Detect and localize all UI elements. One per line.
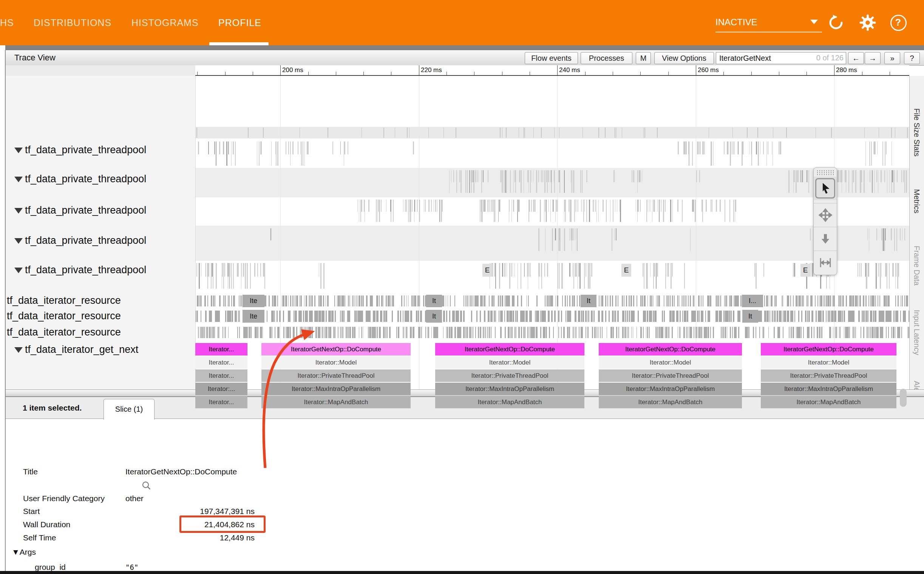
collapse-triangle-icon[interactable] xyxy=(14,268,23,273)
tab-distributions[interactable]: DISTRIBUTIONS xyxy=(33,0,111,45)
slice-chip[interactable]: It xyxy=(426,310,442,323)
run-status-dropdown[interactable]: INACTIVE xyxy=(715,14,822,32)
collapse-triangle-icon[interactable] xyxy=(14,208,23,214)
window-bottom-edge xyxy=(0,571,924,574)
slice-iterator-mapandbatch[interactable]: Iterator::MapAndBatch xyxy=(261,396,411,408)
ruler-minor-tick xyxy=(890,72,890,75)
slice-chip[interactable]: It xyxy=(742,310,758,323)
slice-iterator-mapandbatch[interactable]: Iterator::MapAndBatch xyxy=(435,396,584,408)
ruler-major-tick xyxy=(696,65,696,76)
track-label[interactable]: tf_data_iterator_resource xyxy=(7,295,121,306)
view-options-button[interactable]: View Options xyxy=(654,52,714,64)
slice-iterator-model[interactable]: Iterator... xyxy=(195,356,247,369)
help-icon[interactable]: ? xyxy=(890,14,907,32)
track-label[interactable]: tf_data_private_threadpool xyxy=(25,264,146,276)
sidebar-tab-file-size-stats[interactable]: File Size Stats xyxy=(912,108,921,157)
settings-gear-icon[interactable] xyxy=(859,14,877,32)
collapse-triangle-icon[interactable] xyxy=(14,347,23,353)
event-marker-e[interactable]: E xyxy=(801,264,810,277)
event-marker-e[interactable]: E xyxy=(622,264,631,277)
slice-chip[interactable]: Ite xyxy=(242,310,264,323)
track-activity-summary xyxy=(195,127,909,139)
ruler-tick-label: 280 ms xyxy=(836,66,857,74)
slice-chip[interactable]: I... xyxy=(742,295,763,307)
trace-view-title: Trace View xyxy=(14,50,55,65)
m-button[interactable]: M xyxy=(636,52,651,64)
ruler-minor-tick xyxy=(585,72,585,75)
detail-label: Self Time xyxy=(23,533,56,542)
tab-profile[interactable]: PROFILE xyxy=(218,0,261,45)
slice-iterator-maxintraop[interactable]: Iterator::MaxIntraOpParallelism xyxy=(435,383,584,395)
args-section-toggle[interactable]: ▼Args xyxy=(12,547,36,557)
slice-iterator-getnext[interactable]: IteratorGetNextOp::DoCompute xyxy=(435,343,584,355)
ruler-tick-label: 240 ms xyxy=(559,66,580,74)
slice-group: Iterator... Iterator... Iterator... Iter… xyxy=(195,343,247,410)
track-label[interactable]: tf_data_iterator_resource xyxy=(7,326,121,338)
top-navigation-bar: HS DISTRIBUTIONS HISTOGRAMS PROFILE INAC… xyxy=(0,0,924,45)
slice-group-selected: IteratorGetNextOp::DoCompute Iterator::M… xyxy=(261,343,411,410)
slice-chip[interactable]: It xyxy=(426,295,442,307)
slice-iterator-getnext[interactable]: Iterator... xyxy=(195,343,247,355)
slice-iterator-maxintraop[interactable]: Iterator:... xyxy=(195,383,247,395)
slice-iterator-getnext[interactable]: IteratorGetNextOp::DoCompute xyxy=(761,343,896,355)
vertical-scrollbar-thumb[interactable] xyxy=(900,389,907,407)
slice-iterator-privatethreadpool[interactable]: Iterator::PrivateThreadPool xyxy=(261,369,411,382)
track-label[interactable]: tf_data_private_threadpool xyxy=(25,235,146,246)
slice-iterator-maxintraop[interactable]: Iterator::MaxIntraOpParallelism xyxy=(599,383,742,395)
reload-icon[interactable] xyxy=(827,14,845,32)
prev-result-button[interactable]: ← xyxy=(848,52,864,64)
ruler-minor-tick xyxy=(752,72,752,75)
palette-drag-handle[interactable] xyxy=(816,170,834,176)
tab-slice[interactable]: Slice (1) xyxy=(103,399,155,419)
track-label[interactable]: tf_data_iterator_resource xyxy=(7,310,121,322)
slice-iterator-mapandbatch[interactable]: Iterator... xyxy=(195,396,247,408)
collapse-triangle-icon[interactable] xyxy=(14,148,23,153)
slice-iterator-getnext-selected[interactable]: IteratorGetNextOp::DoCompute xyxy=(261,343,411,355)
track-label[interactable]: tf_data_private_threadpool xyxy=(25,205,146,216)
slice-iterator-privatethreadpool[interactable]: Iterator::PrivateThreadPool xyxy=(435,369,584,382)
tab-graphs[interactable]: HS xyxy=(0,0,14,45)
ruler-minor-tick xyxy=(391,72,391,75)
slice-iterator-model[interactable]: Iterator::Model xyxy=(599,356,742,369)
tab-histograms[interactable]: HISTOGRAMS xyxy=(131,0,199,45)
slice-iterator-mapandbatch[interactable]: Iterator::MapAndBatch xyxy=(599,396,742,408)
detail-value-category: other xyxy=(125,494,144,503)
slice-iterator-mapandbatch[interactable]: Iterator::MapAndBatch xyxy=(761,396,896,408)
track-label[interactable]: tf_data_iterator_get_next xyxy=(25,344,138,355)
next-result-button[interactable]: → xyxy=(865,52,881,64)
timing-tool-button[interactable] xyxy=(814,251,837,274)
magnifier-icon[interactable] xyxy=(141,480,152,493)
slice-iterator-maxintraop[interactable]: Iterator::MaxIntraOpParallelism xyxy=(261,383,411,395)
more-button[interactable]: » xyxy=(884,52,900,64)
collapse-triangle-icon[interactable] xyxy=(14,238,23,244)
slice-iterator-maxintraop[interactable]: Iterator::MaxIntraOpParallelism xyxy=(761,383,896,395)
slice-chip[interactable]: Ite xyxy=(242,295,264,307)
sidebar-tab-frame-data[interactable]: Frame Data xyxy=(912,246,921,286)
sidebar-tab-input-latency[interactable]: Input Latency xyxy=(912,310,921,355)
slice-iterator-model[interactable]: Iterator::Model xyxy=(261,356,411,369)
slice-iterator-privatethreadpool[interactable]: Iterator... xyxy=(195,369,247,382)
zoom-tool-button[interactable] xyxy=(814,227,837,251)
slice-iterator-model[interactable]: Iterator::Model xyxy=(761,356,896,369)
slice-iterator-getnext[interactable]: IteratorGetNextOp::DoCompute xyxy=(599,343,742,355)
track-label[interactable]: tf_data_private_threadpool xyxy=(25,173,146,185)
search-result-count: 0 of 126 xyxy=(816,54,843,62)
slice-iterator-model[interactable]: Iterator::Model xyxy=(435,356,584,369)
event-marker-e[interactable]: E xyxy=(483,264,492,277)
chevron-down-icon[interactable] xyxy=(810,20,818,24)
selection-tool-button[interactable] xyxy=(814,177,837,200)
ruler-minor-tick xyxy=(197,72,198,75)
search-input[interactable] xyxy=(718,53,811,64)
track-activity-threadpool-2 xyxy=(195,169,909,194)
slice-iterator-privatethreadpool[interactable]: Iterator::PrivateThreadPool xyxy=(599,369,742,382)
slice-chip[interactable]: It xyxy=(581,295,596,307)
timeline-tracks[interactable]: tf_data_private_threadpool tf_data_priva… xyxy=(6,76,924,415)
track-label[interactable]: tf_data_private_threadpool xyxy=(25,144,146,156)
slice-iterator-privatethreadpool[interactable]: Iterator::PrivateThreadPool xyxy=(761,369,896,382)
processes-button[interactable]: Processes xyxy=(581,52,632,64)
shortcuts-help-button[interactable]: ? xyxy=(904,52,920,64)
pan-tool-button[interactable] xyxy=(814,203,837,227)
collapse-triangle-icon[interactable] xyxy=(14,177,23,182)
sidebar-tab-metrics[interactable]: Metrics xyxy=(912,189,921,213)
flow-events-button[interactable]: Flow events xyxy=(525,52,578,64)
